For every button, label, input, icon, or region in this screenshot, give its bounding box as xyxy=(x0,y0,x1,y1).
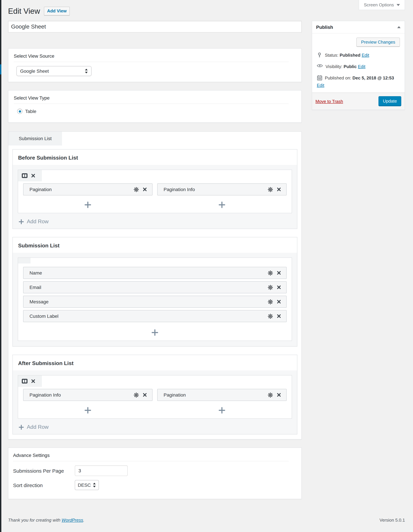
field-label: Pagination xyxy=(29,187,134,192)
chevron-up-icon[interactable] xyxy=(397,26,401,28)
edit-status-link[interactable]: Edit xyxy=(362,53,369,58)
rows-area: Pagination Info xyxy=(13,370,297,434)
after-submission-list-title: After Submission List xyxy=(18,360,292,366)
field-delete-icon[interactable] xyxy=(277,314,281,318)
publish-header[interactable]: Publish xyxy=(312,21,405,34)
plus-icon xyxy=(218,406,226,414)
visibility-value: Public xyxy=(344,64,357,69)
add-field-button[interactable] xyxy=(157,406,287,414)
page-title: Edit View xyxy=(8,6,40,16)
field-delete-icon[interactable] xyxy=(277,187,281,191)
add-row-label: Add Row xyxy=(27,424,48,430)
rows-area: Name Email xyxy=(13,253,297,346)
screen-options-toggle[interactable]: Screen Options xyxy=(359,0,405,10)
published-on-label: Published on: xyxy=(325,76,351,80)
publish-title: Publish xyxy=(316,24,333,30)
preview-changes-button[interactable]: Preview Changes xyxy=(356,38,400,47)
move-to-trash-link[interactable]: Move to Trash xyxy=(316,99,343,104)
add-view-button[interactable]: Add View xyxy=(44,7,70,15)
select-view-source-panel: Select View Source Google Sheet xyxy=(8,48,302,82)
admin-menu-active-indicator xyxy=(0,64,1,75)
gear-icon[interactable] xyxy=(268,392,273,397)
wordpress-link[interactable]: WordPress xyxy=(61,518,83,522)
field-email[interactable]: Email xyxy=(23,281,287,293)
row-toolbar[interactable] xyxy=(18,258,30,264)
footer-period: . xyxy=(83,518,84,522)
select-view-type-heading: Select View Type xyxy=(14,95,289,104)
submission-list-title: Submission List xyxy=(18,243,292,249)
tab-submission-list[interactable]: Submission List xyxy=(8,132,62,145)
select-arrows-icon xyxy=(93,483,96,487)
view-type-radio-label: Table xyxy=(25,109,36,114)
gear-icon[interactable] xyxy=(134,392,139,397)
columns-layout-icon[interactable] xyxy=(22,173,28,178)
add-row-button[interactable]: Add Row xyxy=(18,419,292,434)
field-pagination-info[interactable]: Pagination Info xyxy=(157,183,287,195)
add-row-button[interactable]: Add Row xyxy=(18,213,292,229)
field-message[interactable]: Message xyxy=(23,296,287,308)
add-field-button[interactable] xyxy=(23,329,287,337)
plus-icon xyxy=(84,406,92,414)
field-label: Pagination Info xyxy=(29,392,134,398)
field-pagination[interactable]: Pagination xyxy=(23,183,153,195)
visibility-row: Visibility: Public Edit xyxy=(317,64,400,69)
before-submission-list-title: Before Submission List xyxy=(18,155,292,161)
view-type-radio-table[interactable]: Table xyxy=(17,108,289,114)
publish-box: Publish Preview Changes Status: Publishe… xyxy=(312,21,405,110)
view-title-input[interactable] xyxy=(8,21,302,32)
add-field-button[interactable] xyxy=(157,201,287,209)
after-submission-list-section: After Submission List Paginati xyxy=(12,355,297,435)
field-label: Pagination Info xyxy=(163,187,268,192)
gear-icon[interactable] xyxy=(134,187,139,192)
gear-icon[interactable] xyxy=(268,285,273,290)
edit-published-date-link[interactable]: Edit xyxy=(317,83,324,88)
field-custom-label[interactable]: Custom Label xyxy=(23,310,287,322)
row-column: Pagination xyxy=(23,183,153,213)
gear-icon[interactable] xyxy=(268,270,273,276)
gear-icon[interactable] xyxy=(268,187,273,192)
row-delete-icon[interactable] xyxy=(31,174,35,178)
sort-direction-select[interactable]: DESC xyxy=(75,480,99,490)
field-name[interactable]: Name xyxy=(23,267,287,279)
field-delete-icon[interactable] xyxy=(277,271,281,275)
edit-view-page: Screen Options Edit View Add View Select… xyxy=(0,0,413,532)
field-label: Pagination xyxy=(163,392,268,398)
visibility-label: Visibility: xyxy=(326,64,342,69)
field-delete-icon[interactable] xyxy=(143,187,147,191)
section-header: Before Submission List xyxy=(13,150,297,165)
row-delete-icon[interactable] xyxy=(31,379,35,383)
page-header: Edit View Add View xyxy=(8,0,302,16)
sort-direction-label: Sort direction xyxy=(13,482,75,488)
sidebar: Publish Preview Changes Status: Publishe… xyxy=(312,21,405,110)
add-row-label: Add Row xyxy=(27,218,48,225)
gear-icon[interactable] xyxy=(268,314,273,319)
add-field-button[interactable] xyxy=(23,201,153,209)
columns-layout-icon[interactable] xyxy=(22,379,28,383)
sort-direction-value: DESC xyxy=(78,482,91,488)
published-on-row: Published on: Dec 5, 2018 @ 12:53 xyxy=(317,75,400,81)
edit-visibility-link[interactable]: Edit xyxy=(358,64,365,69)
update-button[interactable]: Update xyxy=(378,96,401,106)
section-header: After Submission List xyxy=(13,355,297,370)
submissions-per-page-label: Submissions Per Page xyxy=(13,468,75,474)
add-field-button[interactable] xyxy=(23,406,153,414)
publish-footer: Move to Trash Update xyxy=(312,93,405,110)
builder-row: Pagination Info xyxy=(18,375,292,419)
calendar-icon xyxy=(317,75,322,80)
pin-icon xyxy=(317,52,322,58)
field-delete-icon[interactable] xyxy=(277,393,281,397)
field-delete-icon[interactable] xyxy=(277,285,281,289)
status-row: Status: Published Edit xyxy=(317,52,400,58)
main-column: Edit View Add View Select View Source Go… xyxy=(8,0,302,499)
field-label: Message xyxy=(29,299,268,304)
field-pagination-info[interactable]: Pagination Info xyxy=(23,389,153,401)
view-source-select[interactable]: Google Sheet xyxy=(16,66,92,76)
field-delete-icon[interactable] xyxy=(143,393,147,397)
gear-icon[interactable] xyxy=(268,299,273,304)
submissions-per-page-input[interactable] xyxy=(75,465,128,476)
field-delete-icon[interactable] xyxy=(277,300,281,304)
builder-row: Pagination xyxy=(18,170,292,213)
builder-row: Name Email xyxy=(18,257,292,341)
field-pagination[interactable]: Pagination xyxy=(157,389,287,401)
select-view-source-heading: Select View Source xyxy=(14,53,289,62)
